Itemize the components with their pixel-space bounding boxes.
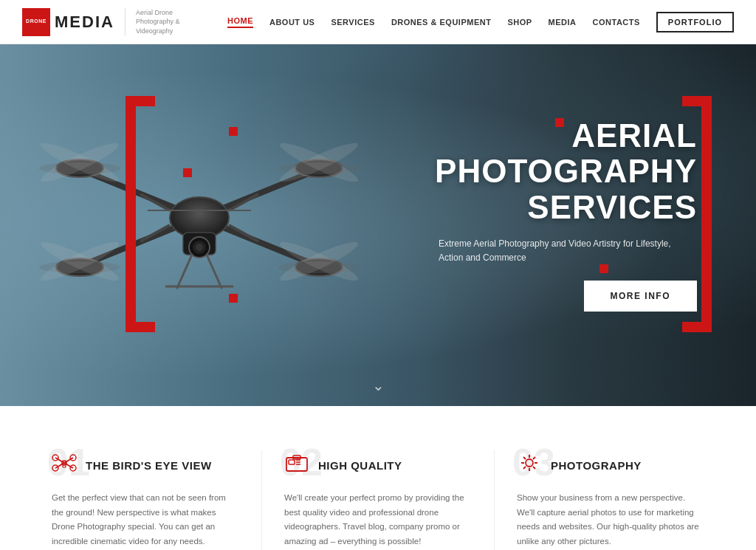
logo: DRONE MEDIA Aerial Drone Photography & V… [22, 8, 206, 36]
svg-line-57 [523, 467, 526, 469]
feature-icon-row-1: THE BIRD'S EYE VIEW [52, 450, 239, 481]
feature-photography: 03 PHOTOGRAPHY Show your business from a… [495, 450, 726, 550]
feature-heading-2: HIGH QUALITY [318, 459, 402, 472]
hero-content: AERIAL PHOTOGRAPHY SERVICES Extreme Aeri… [416, 118, 697, 312]
red-dot-3 [229, 294, 238, 303]
logo-text: MEDIA [55, 13, 114, 32]
drone-icon [52, 450, 77, 481]
more-info-button[interactable]: MORE INFO [584, 281, 698, 312]
red-dot-1 [229, 127, 238, 136]
nav-about[interactable]: ABOUT US [269, 18, 315, 27]
nav-services[interactable]: SERVICES [331, 18, 374, 27]
main-nav: HOME ABOUT US SERVICES DRONES & EQUIPMEN… [227, 12, 734, 32]
feature-high-quality: 02 HIGH QUALITY We'll create your perfec… [262, 450, 495, 550]
feature-desc-1: Get the perfect view that can not be see… [52, 491, 239, 549]
svg-rect-42 [63, 464, 66, 467]
svg-line-29 [177, 255, 192, 288]
hero-subtitle: Extreme Aerial Photography and Video Art… [416, 237, 697, 265]
tagline: Aerial Drone Photography & Videography [125, 8, 206, 36]
hero-title: AERIAL PHOTOGRAPHY SERVICES [416, 118, 697, 225]
svg-rect-44 [289, 460, 295, 464]
photo-icon [517, 450, 542, 481]
nav-drones[interactable]: DRONES & EQUIPMENT [391, 18, 492, 27]
svg-line-55 [533, 467, 535, 469]
svg-line-30 [207, 255, 221, 288]
hero-section: AERIAL PHOTOGRAPHY SERVICES Extreme Aeri… [0, 44, 756, 406]
svg-point-49 [526, 459, 533, 467]
header: DRONE MEDIA Aerial Drone Photography & V… [0, 0, 756, 44]
nav-contacts[interactable]: CONTACTS [593, 18, 640, 27]
svg-line-56 [533, 457, 535, 459]
nav-home[interactable]: HOME [227, 16, 253, 28]
svg-point-28 [196, 244, 203, 251]
feature-heading-1: THE BIRD'S EYE VIEW [86, 459, 212, 472]
nav-shop[interactable]: SHOP [507, 18, 532, 27]
camera-icon [284, 450, 309, 481]
drone-illustration [22, 89, 377, 354]
svg-line-54 [523, 457, 526, 459]
features-section: 01 THE BIRD'S EYE VIEW Get the perfect [0, 406, 756, 550]
feature-icon-row-2: HIGH QUALITY [284, 450, 472, 481]
feature-heading-3: PHOTOGRAPHY [551, 459, 642, 472]
feature-birds-eye: 01 THE BIRD'S EYE VIEW Get the perfect [30, 450, 262, 550]
portfolio-button[interactable]: PORTFOLIO [656, 12, 734, 32]
nav-media[interactable]: MEDIA [549, 18, 577, 27]
scroll-arrow[interactable]: ⌄ [372, 377, 385, 394]
red-dot-2 [183, 168, 192, 177]
feature-desc-2: We'll create your perfect promo by provi… [284, 491, 472, 549]
feature-icon-row-3: PHOTOGRAPHY [517, 450, 704, 481]
feature-desc-3: Show your business from a new perspectiv… [517, 491, 704, 549]
logo-square: DRONE [22, 8, 50, 36]
bracket-left [126, 96, 155, 332]
